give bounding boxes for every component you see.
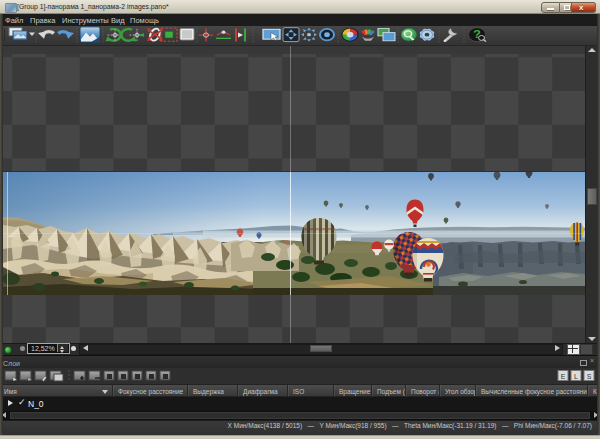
svg-text:S: S [587,373,592,380]
svg-text:L: L [574,373,578,380]
svg-text:E: E [561,373,566,380]
svg-text:?: ? [473,28,481,41]
